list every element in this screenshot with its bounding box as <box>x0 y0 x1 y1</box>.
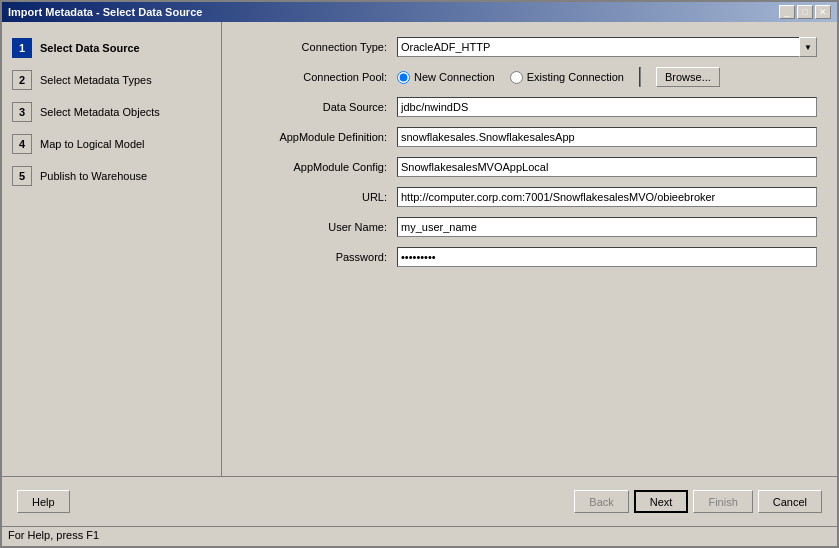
step-1-label: Select Data Source <box>40 42 140 54</box>
sidebar: 1 Select Data Source 2 Select Metadata T… <box>2 22 222 476</box>
data-source-row: Data Source: <box>242 97 817 117</box>
password-control <box>397 247 817 267</box>
url-control <box>397 187 817 207</box>
appmodule-def-control <box>397 127 817 147</box>
username-input[interactable] <box>397 217 817 237</box>
cancel-button[interactable]: Cancel <box>758 490 822 513</box>
username-row: User Name: <box>242 217 817 237</box>
connection-pool-label: Connection Pool: <box>242 71 397 83</box>
step-4-label: Map to Logical Model <box>40 138 145 150</box>
appmodule-def-input[interactable] <box>397 127 817 147</box>
data-source-input[interactable] <box>397 97 817 117</box>
sidebar-item-publish-to-warehouse[interactable]: 5 Publish to Warehouse <box>2 160 221 192</box>
sidebar-item-select-data-source[interactable]: 1 Select Data Source <box>2 32 221 64</box>
back-button[interactable]: Back <box>574 490 628 513</box>
browse-button[interactable]: Browse... <box>656 67 720 87</box>
url-label: URL: <box>242 191 397 203</box>
bottom-bar: Help Back Next Finish Cancel <box>2 476 837 526</box>
existing-connection-label: Existing Connection <box>527 71 624 83</box>
main-content: Connection Type: ▼ Connection Pool: New … <box>222 22 837 476</box>
bottom-left-buttons: Help <box>17 490 70 513</box>
title-controls: _ □ ✕ <box>779 5 831 19</box>
radio-group: New Connection Existing Connection Brows… <box>397 67 720 87</box>
existing-connection-input[interactable] <box>639 67 641 87</box>
appmodule-config-label: AppModule Config: <box>242 161 397 173</box>
connection-pool-control: New Connection Existing Connection Brows… <box>397 67 817 87</box>
existing-connection-radio-item[interactable]: Existing Connection <box>510 71 624 84</box>
connection-type-control: ▼ <box>397 37 817 57</box>
step-5-label: Publish to Warehouse <box>40 170 147 182</box>
close-button[interactable]: ✕ <box>815 5 831 19</box>
connection-pool-row: Connection Pool: New Connection Existing… <box>242 67 817 87</box>
new-connection-radio[interactable] <box>397 71 410 84</box>
appmodule-config-control <box>397 157 817 177</box>
status-bar: For Help, press F1 <box>2 526 837 546</box>
window-title: Import Metadata - Select Data Source <box>8 6 202 18</box>
data-source-control <box>397 97 817 117</box>
appmodule-def-row: AppModule Definition: <box>242 127 817 147</box>
sidebar-item-select-metadata-objects[interactable]: 3 Select Metadata Objects <box>2 96 221 128</box>
connection-type-combo-wrapper: ▼ <box>397 37 817 57</box>
password-row: Password: <box>242 247 817 267</box>
step-1-number: 1 <box>12 38 32 58</box>
url-row: URL: <box>242 187 817 207</box>
step-3-number: 3 <box>12 102 32 122</box>
data-source-label: Data Source: <box>242 101 397 113</box>
step-4-number: 4 <box>12 134 32 154</box>
existing-connection-radio[interactable] <box>510 71 523 84</box>
url-input[interactable] <box>397 187 817 207</box>
password-input[interactable] <box>397 247 817 267</box>
new-connection-label: New Connection <box>414 71 495 83</box>
minimize-button[interactable]: _ <box>779 5 795 19</box>
sidebar-item-select-metadata-types[interactable]: 2 Select Metadata Types <box>2 64 221 96</box>
step-2-label: Select Metadata Types <box>40 74 152 86</box>
sidebar-item-map-to-logical[interactable]: 4 Map to Logical Model <box>2 128 221 160</box>
new-connection-radio-item[interactable]: New Connection <box>397 71 495 84</box>
title-bar: Import Metadata - Select Data Source _ □… <box>2 2 837 22</box>
bottom-right-buttons: Back Next Finish Cancel <box>574 490 822 513</box>
password-label: Password: <box>242 251 397 263</box>
appmodule-config-input[interactable] <box>397 157 817 177</box>
finish-button[interactable]: Finish <box>693 490 752 513</box>
maximize-button[interactable]: □ <box>797 5 813 19</box>
appmodule-def-label: AppModule Definition: <box>242 131 397 143</box>
step-5-number: 5 <box>12 166 32 186</box>
step-3-label: Select Metadata Objects <box>40 106 160 118</box>
connection-type-row: Connection Type: ▼ <box>242 37 817 57</box>
help-button[interactable]: Help <box>17 490 70 513</box>
connection-type-input[interactable] <box>397 37 817 57</box>
next-button[interactable]: Next <box>634 490 689 513</box>
connection-type-label: Connection Type: <box>242 41 397 53</box>
content-area: 1 Select Data Source 2 Select Metadata T… <box>2 22 837 476</box>
main-window: Import Metadata - Select Data Source _ □… <box>0 0 839 548</box>
appmodule-config-row: AppModule Config: <box>242 157 817 177</box>
status-text: For Help, press F1 <box>8 529 99 541</box>
username-label: User Name: <box>242 221 397 233</box>
step-2-number: 2 <box>12 70 32 90</box>
username-control <box>397 217 817 237</box>
